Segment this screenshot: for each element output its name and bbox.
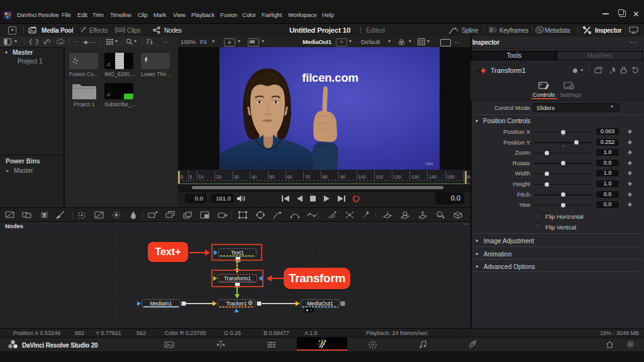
svg-text:T: T — [43, 212, 47, 219]
svg-text:Veo: Veo — [425, 161, 433, 167]
svg-text:T: T — [421, 211, 425, 217]
svg-text:filcen.com: filcen.com — [302, 71, 358, 84]
